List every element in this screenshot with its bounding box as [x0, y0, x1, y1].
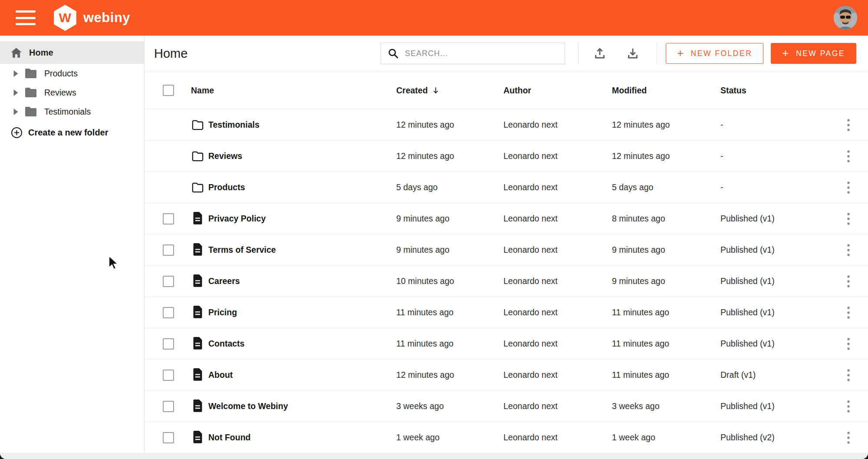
row-menu-button[interactable]: [842, 116, 855, 134]
row-menu-button[interactable]: [842, 147, 855, 165]
import-upload-button[interactable]: [591, 44, 609, 63]
chevron-right-icon[interactable]: [13, 89, 24, 96]
webiny-wordmark: webiny: [83, 10, 130, 26]
row-checkbox[interactable]: [163, 401, 174, 412]
row-name[interactable]: About: [208, 370, 233, 380]
row-name[interactable]: Welcome to Webiny: [208, 401, 288, 411]
sidebar-item-home[interactable]: Home: [0, 41, 144, 64]
new-folder-button[interactable]: + NEW FOLDER: [666, 43, 763, 64]
table-row[interactable]: Reviews 12 minutes ago Leonardo next 12 …: [145, 140, 868, 172]
row-menu-button[interactable]: [842, 272, 855, 291]
row-menu-button[interactable]: [842, 397, 855, 416]
document-icon: [191, 212, 204, 225]
page-title: Home: [154, 46, 187, 61]
row-menu-button[interactable]: [842, 429, 855, 447]
table-row[interactable]: Careers 10 minutes ago Leonardo next 9 m…: [145, 265, 868, 297]
row-modified: 11 minutes ago: [612, 339, 720, 349]
sidebar-item-testimonials[interactable]: Testimonials: [0, 102, 144, 121]
row-checkbox[interactable]: [163, 213, 174, 225]
row-status: Draft (v1): [720, 370, 829, 380]
main-content: Home: [145, 36, 868, 453]
toolbar-actions: + NEW FOLDER + NEW PAGE: [381, 43, 856, 64]
row-menu-button[interactable]: [842, 335, 855, 353]
column-header-modified[interactable]: Modified: [612, 86, 720, 96]
row-menu-button[interactable]: [842, 241, 855, 259]
search-input[interactable]: [405, 49, 559, 58]
table-row[interactable]: Testimonials 12 minutes ago Leonardo nex…: [145, 109, 868, 140]
row-status: -: [720, 182, 829, 192]
document-icon: [191, 431, 204, 444]
row-checkbox[interactable]: [163, 276, 174, 287]
row-modified: 11 minutes ago: [612, 370, 720, 380]
row-created: 10 minutes ago: [396, 276, 503, 286]
row-menu-button[interactable]: [842, 304, 855, 322]
table-row[interactable]: Contacts 11 minutes ago Leonardo next 11…: [145, 328, 868, 359]
table-row[interactable]: Welcome to Webiny 3 weeks ago Leonardo n…: [145, 390, 868, 422]
row-menu-button[interactable]: [842, 210, 855, 228]
plus-icon: +: [782, 47, 790, 59]
row-name[interactable]: Products: [208, 182, 245, 192]
table-row[interactable]: Pricing 11 minutes ago Leonardo next 11 …: [145, 297, 868, 328]
column-header-status[interactable]: Status: [720, 86, 829, 96]
row-menu-button[interactable]: [842, 178, 855, 197]
row-name[interactable]: Testimonials: [208, 120, 260, 130]
row-status: -: [720, 151, 829, 161]
row-modified: 11 minutes ago: [612, 307, 720, 317]
folder-icon: [24, 87, 37, 98]
kebab-menu-icon: [847, 275, 850, 288]
new-page-button[interactable]: + NEW PAGE: [771, 43, 856, 64]
row-menu-button[interactable]: [842, 366, 855, 384]
upload-icon: [593, 47, 606, 60]
app-window: W webiny Home: [0, 0, 868, 459]
chevron-right-icon[interactable]: [13, 70, 24, 77]
sidebar-item-label: Reviews: [44, 88, 76, 98]
row-author: Leonardo next: [503, 182, 612, 192]
row-checkbox[interactable]: [163, 338, 174, 350]
window-bottom-strip: [0, 453, 868, 459]
row-author: Leonardo next: [503, 120, 612, 130]
row-checkbox[interactable]: [163, 307, 174, 318]
row-created: 12 minutes ago: [396, 370, 503, 380]
column-header-author[interactable]: Author: [503, 86, 612, 96]
row-modified: 8 minutes ago: [612, 214, 720, 224]
sidebar-item-reviews[interactable]: Reviews: [0, 83, 144, 102]
sidebar-item-products[interactable]: Products: [0, 64, 144, 83]
export-download-button[interactable]: [624, 44, 642, 63]
table-row[interactable]: Privacy Policy 9 minutes ago Leonardo ne…: [145, 203, 868, 234]
select-all-checkbox[interactable]: [163, 85, 174, 96]
row-name[interactable]: Terms of Service: [208, 245, 276, 255]
row-name[interactable]: Privacy Policy: [208, 214, 266, 224]
row-checkbox[interactable]: [163, 370, 174, 381]
sidebar-item-label: Home: [29, 48, 53, 58]
table-row[interactable]: Products 5 days ago Leonardo next 5 days…: [145, 172, 868, 203]
row-modified: 9 minutes ago: [612, 245, 720, 255]
folder-icon: [191, 119, 204, 131]
table-row[interactable]: Terms of Service 9 minutes ago Leonardo …: [145, 234, 868, 265]
create-new-folder-button[interactable]: Create a new folder: [0, 123, 144, 142]
row-name[interactable]: Reviews: [208, 151, 242, 161]
row-name[interactable]: Careers: [208, 276, 240, 286]
chevron-right-icon[interactable]: [13, 109, 24, 115]
row-created: 9 minutes ago: [396, 245, 503, 255]
kebab-menu-icon: [847, 181, 850, 194]
table-row[interactable]: Not Found 1 week ago Leonardo next 1 wee…: [145, 422, 868, 453]
column-header-name[interactable]: Name: [191, 86, 396, 96]
row-name[interactable]: Contacts: [208, 339, 244, 349]
row-checkbox[interactable]: [163, 432, 174, 443]
row-name[interactable]: Pricing: [208, 307, 237, 317]
table-body: Testimonials 12 minutes ago Leonardo nex…: [145, 109, 868, 453]
hamburger-menu-icon[interactable]: [16, 10, 36, 25]
column-header-created[interactable]: Created: [396, 86, 503, 96]
user-avatar[interactable]: [834, 6, 857, 30]
table-row[interactable]: About 12 minutes ago Leonardo next 11 mi…: [145, 359, 868, 390]
row-checkbox[interactable]: [163, 244, 174, 256]
download-icon: [626, 47, 639, 60]
row-status: -: [720, 120, 829, 130]
kebab-menu-icon: [847, 337, 850, 350]
top-app-bar: W webiny: [0, 0, 868, 36]
folder-icon: [24, 106, 37, 117]
avatar-image: [834, 6, 857, 30]
plus-circle-icon: [11, 127, 23, 139]
row-name[interactable]: Not Found: [208, 433, 250, 442]
kebab-menu-icon: [847, 212, 850, 225]
